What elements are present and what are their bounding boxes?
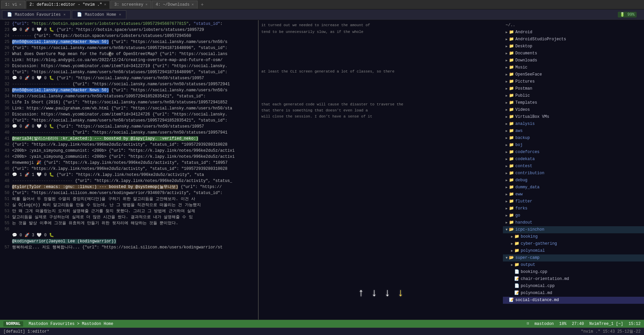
tab-3-close[interactable]: × bbox=[145, 3, 148, 7]
window-tab-home-label: Mastodon Home bbox=[85, 12, 116, 17]
tree-item-social-distance[interactable]: ▶ 📝 social-distance.md bbox=[503, 297, 644, 304]
tree-item-analysis[interactable]: ▶ 📁 analysis bbox=[503, 121, 644, 128]
tree-item-output[interactable]: ▶ 📁 output bbox=[503, 261, 644, 269]
editor-line-49: 49 @tylor(Tylor :emacs: :gnu: :linux:) -… bbox=[0, 184, 258, 190]
editor-line-56: 56 bbox=[0, 226, 258, 232]
tree-item-music[interactable]: ▶ 📁 Music bbox=[503, 64, 644, 71]
window-tab-fav-close[interactable]: × bbox=[63, 13, 66, 17]
scroll-down-arrow-2[interactable]: ↓ bbox=[384, 287, 391, 299]
tree-item-aws[interactable]: ▶ 📁 aws bbox=[503, 128, 644, 135]
window-tab-home-close[interactable]: × bbox=[119, 13, 121, 17]
content-area: 22 {"url": "https://botsin.space/users/l… bbox=[0, 20, 644, 320]
tree-item-icpc-sinchon[interactable]: ▼ 📂 icpc-sinchon bbox=[503, 226, 644, 233]
tree-arrow: ▶ bbox=[506, 29, 508, 36]
window-tab-mastodon-home[interactable]: 📄 Mastodon Home × bbox=[72, 10, 126, 19]
editor-line-43: 43 <200b> :yain_simyoung_communist: <200… bbox=[0, 148, 258, 154]
tree-arrow: ▶ bbox=[506, 93, 508, 99]
tree-item-label: super-camp bbox=[515, 255, 540, 261]
status-bar: NORMAL Mastodon Favourites > Mastodon Ho… bbox=[0, 320, 644, 328]
tree-item-polynomial-md[interactable]: ▶ 📝 polynomial.md bbox=[503, 290, 644, 297]
tree-item-label: Postman bbox=[515, 86, 532, 92]
tree-arrow: ▶ bbox=[506, 142, 508, 148]
chat-content[interactable]: it turned out we needed to increase the … bbox=[259, 20, 503, 320]
tree-arrow: ▶ bbox=[506, 220, 508, 226]
tree-item-downloads[interactable]: ▶ 📁 Downloads bbox=[503, 57, 644, 64]
tree-item-label: contest bbox=[515, 163, 532, 170]
tree-item-handout[interactable]: ▶ 📁 handout bbox=[503, 219, 644, 226]
tree-item-cyber-gathering[interactable]: ▶ 📁 cyber-gathering bbox=[503, 240, 644, 247]
tree-item-polynomial[interactable]: ▶ 📁 polynomial bbox=[503, 247, 644, 254]
tree-item-polynomial-cpp[interactable]: ▶ 📄 polynomial.cpp bbox=[503, 283, 644, 290]
folder-icon: 📁 bbox=[509, 149, 514, 155]
tree-item-label: social-distance.md bbox=[515, 297, 559, 303]
tree-item-postman[interactable]: ▶ 📁 Postman bbox=[503, 85, 644, 92]
tree-item-label: handout bbox=[515, 220, 532, 226]
tree-item-contest[interactable]: ▶ 📁 contest bbox=[503, 163, 644, 170]
tree-item-go[interactable]: ▶ 📁 go bbox=[503, 212, 644, 219]
tree-item-label: Desktop bbox=[515, 43, 532, 50]
tab-2-close[interactable]: × bbox=[104, 3, 106, 7]
tab-1[interactable]: 1: vi × bbox=[1, 1, 25, 9]
tree-arrow: ▶ bbox=[506, 114, 508, 120]
tree-item-dummy-data[interactable]: ▶ 📁 dummy_data bbox=[503, 184, 644, 191]
tree-item-videos[interactable]: ▶ 📁 Videos bbox=[503, 106, 644, 113]
tree-item-forks[interactable]: ▶ 📁 forks bbox=[503, 205, 644, 212]
tree-item-super-camp[interactable]: ▼ 📂 super-camp bbox=[503, 254, 644, 261]
scroll-up-arrow[interactable]: ↑ bbox=[358, 287, 364, 299]
folder-icon: 📁 bbox=[509, 135, 514, 141]
editor-content[interactable]: 22 {"url": "https://botsin.space/users/l… bbox=[0, 20, 258, 320]
tab-4[interactable]: 4: ~/Downloads × bbox=[152, 1, 197, 9]
chat-line-5 bbox=[261, 75, 500, 101]
tree-item-openseeface[interactable]: ▶ 📁 OpenSeeFace bbox=[503, 71, 644, 78]
tree-item-chair-orientation[interactable]: ▶ 📝 chair-orientation.md bbox=[503, 276, 644, 283]
tab-2[interactable]: 2: default:1:editor - "nvim ." × bbox=[26, 1, 110, 9]
tree-item-documents[interactable]: ▶ 📁 Documents bbox=[503, 50, 644, 57]
tab-4-close[interactable]: × bbox=[191, 3, 194, 7]
tree-item-booking[interactable]: ▶ 📁 booking bbox=[503, 233, 644, 240]
window-tab-mastodon-favourites[interactable]: 📄 Mastodon Favourites × bbox=[2, 10, 71, 19]
tab-add-button[interactable]: + bbox=[198, 1, 206, 8]
folder-icon: 📂 bbox=[509, 255, 514, 261]
scroll-down-arrow-3[interactable]: ↓ bbox=[397, 287, 404, 299]
tree-item-label: cyber-gathering bbox=[521, 241, 557, 247]
scroll-down-arrow-1[interactable]: ↓ bbox=[371, 287, 377, 299]
editor-line-55: 55 는 것을 발상 이후에 그것을 유효하게 만들기 위한 뒷자리에 해당하는… bbox=[0, 220, 258, 226]
tree-arrow: ▶ bbox=[506, 156, 508, 162]
tree-item-contribution[interactable]: ▶ 📁 contribution bbox=[503, 170, 644, 177]
tree-item-virtualbox[interactable]: ▶ 📁 VirtualBox VMs bbox=[503, 113, 644, 121]
status-mastodon: mastodon bbox=[534, 322, 554, 326]
tree-item-booking-cpp[interactable]: ▶ 📄 booking.cpp bbox=[503, 269, 644, 276]
tree-arrow: ▶ bbox=[506, 71, 508, 78]
tree-item-eww[interactable]: ▶ 📁 eww bbox=[503, 191, 644, 198]
tree-item-codekata[interactable]: ▶ 📁 codekata bbox=[503, 156, 644, 163]
tree-item-codeforces[interactable]: ▶ 📁 codeforces bbox=[503, 149, 644, 156]
tree-item-label: polynomial bbox=[521, 248, 545, 254]
tree-item-android[interactable]: ▶ 📁 Android bbox=[503, 29, 644, 36]
tree-item-flutter[interactable]: ▶ 📁 flutter bbox=[503, 198, 644, 205]
tree-item-desktop[interactable]: ▶ 📁 Desktop bbox=[503, 43, 644, 50]
folder-icon: 📁 bbox=[509, 220, 514, 226]
tree-item-label: Documents bbox=[515, 50, 537, 57]
tree-arrow: ▼ bbox=[506, 255, 508, 261]
tree-item-label: eww bbox=[515, 191, 523, 198]
folder-icon: 📁 bbox=[514, 262, 519, 268]
editor-line-26: 26 {"url": "https://social.lansky.name/u… bbox=[0, 45, 258, 51]
tab-1-close[interactable]: × bbox=[19, 3, 22, 7]
tree-item-pictures[interactable]: ▶ 📁 Pictures bbox=[503, 78, 644, 85]
tree-item-backup[interactable]: ▶ 📁 backup bbox=[503, 135, 644, 142]
tree-item-label: analysis bbox=[515, 121, 535, 127]
tree-item-templates[interactable]: ▶ 📁 Templates bbox=[503, 99, 644, 106]
chat-line-6: that each generated code will cause the … bbox=[261, 101, 500, 107]
editor-line-35: 35 Life Is Short (2016) {"url": "https:/… bbox=[0, 99, 258, 105]
tree-item-androidstudio[interactable]: ▶ 📁 AndroidStudioProjects bbox=[503, 36, 644, 43]
tree-item-debug[interactable]: ▶ 📁 debug bbox=[503, 177, 644, 184]
command-right: "nvim ." 15:43 25-12월-22 bbox=[581, 329, 641, 334]
tree-item-public[interactable]: ▶ 📁 Public bbox=[503, 92, 644, 99]
tree-item-boj[interactable]: ▶ 📁 boj bbox=[503, 142, 644, 149]
editor-line-41: 41 @neria34(발리스네리아 :kr_elected:) --- boo… bbox=[0, 136, 258, 142]
tab-3[interactable]: 3: screenkey × bbox=[111, 1, 151, 9]
status-right-pos: 15:12 bbox=[629, 322, 641, 326]
folder-icon: 📁 bbox=[509, 43, 514, 50]
tree-arrow: ▼ bbox=[506, 227, 508, 233]
file-tree[interactable]: ~/.. ▶ 📁 Android ▶ 📁 AndroidStudioProjec… bbox=[503, 20, 644, 320]
